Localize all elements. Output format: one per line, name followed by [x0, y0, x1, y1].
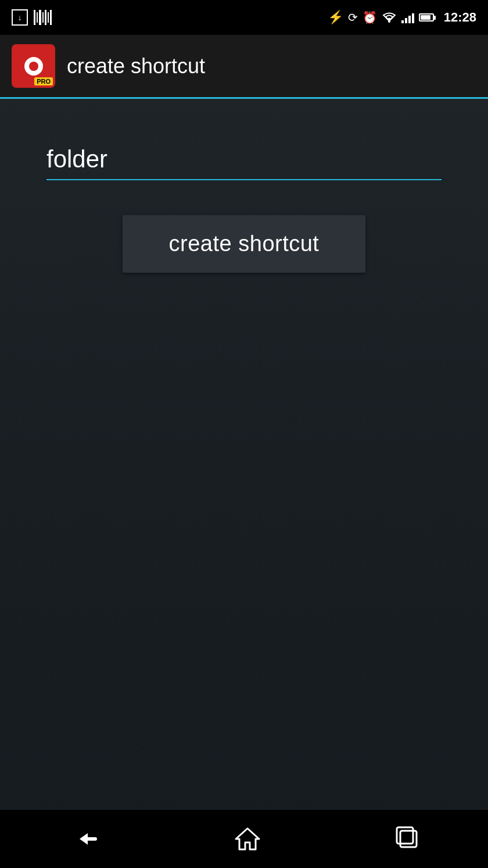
- input-container: [46, 140, 442, 180]
- pro-badge: PRO: [34, 77, 53, 85]
- app-icon: PRO: [12, 44, 55, 88]
- rotate-icon: ⟳: [348, 10, 358, 24]
- main-content: create shortcut: [0, 99, 488, 810]
- status-bar: ↓ ⚡ ⟳ ⏰: [0, 0, 488, 35]
- svg-point-0: [388, 20, 390, 23]
- recents-button[interactable]: [378, 820, 439, 858]
- create-shortcut-button[interactable]: create shortcut: [123, 215, 366, 273]
- status-bar-right-icons: ⚡ ⟳ ⏰ 12:28: [328, 10, 476, 25]
- home-icon: [234, 825, 261, 853]
- folder-input[interactable]: [46, 140, 442, 180]
- bluetooth-icon: ⚡: [328, 10, 343, 25]
- nav-bar: [0, 810, 488, 868]
- back-button[interactable]: [49, 823, 117, 855]
- status-bar-left-icons: ↓: [12, 9, 52, 26]
- back-icon: [67, 828, 99, 849]
- app-bar-title: create shortcut: [67, 54, 205, 78]
- download-icon: ↓: [12, 9, 28, 26]
- signal-icon: [401, 12, 414, 23]
- svg-rect-4: [397, 827, 413, 844]
- wifi-icon: [382, 12, 397, 23]
- barcode-icon: [34, 10, 52, 25]
- app-bar: PRO create shortcut: [0, 35, 488, 99]
- recents-icon: [396, 826, 421, 852]
- svg-marker-2: [236, 828, 259, 849]
- svg-rect-3: [400, 831, 417, 847]
- svg-rect-1: [87, 837, 97, 841]
- home-button[interactable]: [216, 819, 279, 859]
- button-container: create shortcut: [46, 215, 442, 273]
- alarm-icon: ⏰: [363, 10, 377, 24]
- status-time: 12:28: [444, 10, 476, 25]
- battery-icon: [419, 13, 436, 22]
